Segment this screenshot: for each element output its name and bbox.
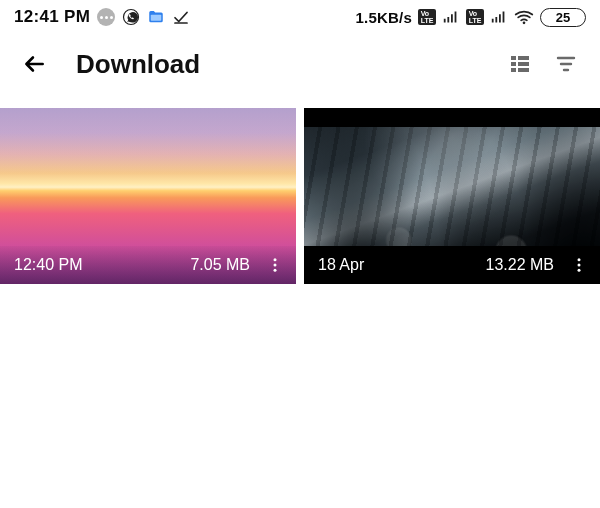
- svg-point-11: [274, 269, 277, 272]
- letterbox: [304, 108, 600, 127]
- list-view-icon: [508, 52, 532, 76]
- gallery-grid: 12:40 PM 7.05 MB 18 Apr 13.22 MB: [0, 108, 600, 284]
- svg-point-10: [274, 264, 277, 267]
- page-title: Download: [76, 49, 494, 80]
- svg-rect-7: [511, 68, 516, 72]
- signal-icon-1: [442, 9, 460, 25]
- video-thumbnail[interactable]: 18 Apr 13.22 MB: [304, 108, 600, 284]
- svg-rect-4: [518, 56, 529, 60]
- volte-badge-1: VoLTE: [418, 9, 436, 25]
- svg-point-2: [523, 22, 526, 25]
- svg-point-14: [578, 269, 581, 272]
- volte-badge-2: VoLTE: [466, 9, 484, 25]
- svg-rect-6: [518, 62, 529, 66]
- files-icon: [147, 8, 165, 26]
- video-thumbnail[interactable]: 12:40 PM 7.05 MB: [0, 108, 296, 284]
- thumbnail-image: [304, 127, 600, 265]
- back-arrow-icon: [21, 51, 47, 77]
- thumbnail-time: 12:40 PM: [14, 256, 82, 274]
- svg-point-12: [578, 258, 581, 261]
- signal-icon-2: [490, 9, 508, 25]
- network-speed: 1.5KB/s: [356, 9, 412, 26]
- more-vert-icon: [570, 256, 588, 274]
- thumbnail-overlay: 18 Apr 13.22 MB: [304, 246, 600, 284]
- status-right: 1.5KB/s VoLTE VoLTE 25: [356, 8, 586, 27]
- thumbnail-size: 13.22 MB: [486, 256, 554, 274]
- svg-rect-1: [151, 15, 162, 21]
- svg-point-9: [274, 258, 277, 261]
- filter-icon: [554, 52, 578, 76]
- view-mode-button[interactable]: [500, 44, 540, 84]
- more-vert-icon: [266, 256, 284, 274]
- thumbnail-more-button[interactable]: [566, 252, 592, 278]
- filter-button[interactable]: [546, 44, 586, 84]
- svg-rect-8: [518, 68, 529, 72]
- messages-icon: [97, 8, 115, 26]
- thumbnail-size: 7.05 MB: [190, 256, 250, 274]
- whatsapp-icon: [122, 8, 140, 26]
- svg-point-13: [578, 264, 581, 267]
- thumbnail-time: 18 Apr: [318, 256, 364, 274]
- status-left: 12:41 PM: [14, 7, 190, 27]
- svg-rect-5: [511, 62, 516, 66]
- wifi-icon: [514, 9, 534, 25]
- battery-indicator: 25: [540, 8, 586, 27]
- thumbnail-more-button[interactable]: [262, 252, 288, 278]
- status-time: 12:41 PM: [14, 7, 90, 27]
- app-header: Download: [0, 34, 600, 94]
- task-done-icon: [172, 8, 190, 26]
- svg-rect-3: [511, 56, 516, 60]
- back-button[interactable]: [14, 44, 54, 84]
- thumbnail-overlay: 12:40 PM 7.05 MB: [0, 246, 296, 284]
- status-bar: 12:41 PM 1.5KB/s VoLTE VoLTE 25: [0, 0, 600, 34]
